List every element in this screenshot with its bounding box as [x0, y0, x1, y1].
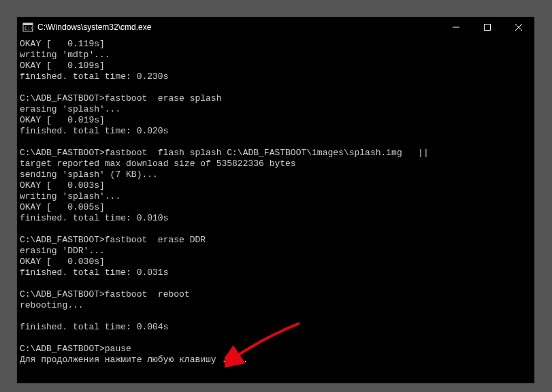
svg-text:C:\: C:\ [25, 26, 33, 31]
window-controls [440, 17, 534, 37]
titlebar[interactable]: C:\ C:\Windows\system32\cmd.exe [17, 17, 534, 37]
minimize-button[interactable] [440, 17, 472, 37]
svg-rect-4 [485, 24, 491, 31]
cmd-icon: C:\ [22, 22, 33, 33]
cmd-window: C:\ C:\Windows\system32\cmd.exe OKAY [ 0… [16, 16, 535, 384]
window-title: C:\Windows\system32\cmd.exe [37, 22, 440, 32]
close-button[interactable] [503, 17, 534, 37]
maximize-button[interactable] [472, 17, 503, 37]
svg-rect-1 [23, 23, 33, 25]
terminal-output[interactable]: OKAY [ 0.119s] writing 'mdtp'... OKAY [ … [17, 37, 534, 383]
